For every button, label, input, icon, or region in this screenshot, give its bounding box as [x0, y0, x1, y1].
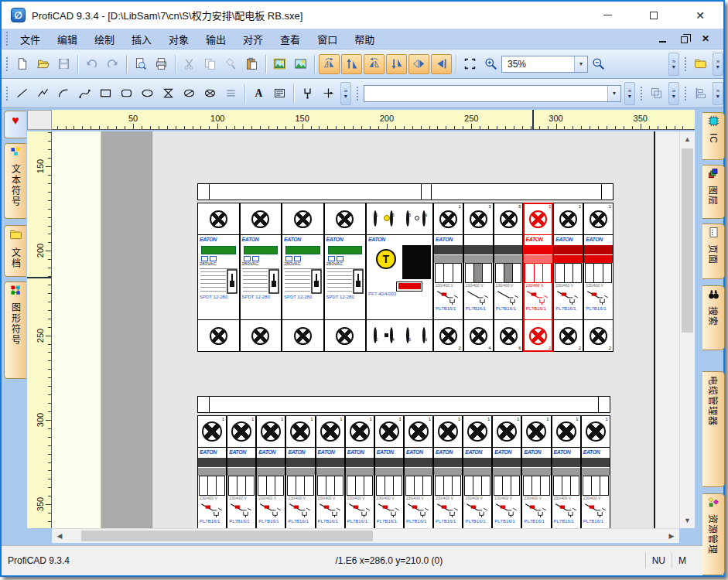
surge-protector-module[interactable]: EATON280VACSPDT 12-280	[324, 203, 367, 352]
vertical-scroll-thumb[interactable]	[682, 148, 693, 333]
circuit-breaker-module[interactable]: 1EATON230/400 VPL7B16/1	[463, 415, 492, 528]
circuit-breaker-module[interactable]: 5230/400 VPL7B16/16	[494, 203, 524, 352]
circuit-breaker-module[interactable]: 1EATON230/400 VPL7B16/1	[581, 415, 610, 528]
rectangle-tool[interactable]	[96, 84, 115, 103]
sidebar-tab-layers[interactable]: 图层	[702, 165, 725, 219]
horizontal-scroll-thumb[interactable]	[81, 531, 373, 541]
group-button[interactable]	[647, 84, 666, 103]
rounded-rectangle-tool[interactable]	[117, 84, 136, 103]
flip-vertical-button[interactable]	[341, 54, 362, 74]
mdi-close-button[interactable]: ✕	[699, 32, 713, 45]
surge-protector-module[interactable]: EATON280VACSPDT 12-280	[282, 203, 324, 352]
zoom-out-button[interactable]	[589, 54, 608, 73]
textbox-tool[interactable]	[270, 84, 289, 103]
toolbar-grip[interactable]	[5, 57, 9, 71]
arc-tool[interactable]	[54, 84, 73, 103]
save-button[interactable]	[54, 54, 73, 73]
circuit-breaker-module[interactable]: 1EATON230/400 VPL7B16/12	[523, 203, 553, 352]
paste-button[interactable]	[242, 54, 261, 73]
sidebar-tab-cable-manager[interactable]: 电缆管理器	[702, 371, 725, 487]
circuit-breaker-module[interactable]: 1EATON230/400 VPL7B16/1	[374, 415, 404, 528]
minimize-button[interactable]	[584, 2, 631, 29]
copy-button[interactable]	[200, 54, 220, 73]
circuit-breaker-module[interactable]: 1EATON230/400 VPL7B16/1	[345, 415, 374, 528]
mirror-rotate-right-button[interactable]	[364, 54, 385, 74]
close-button[interactable]: ✕	[677, 2, 723, 29]
zoom-selection-button[interactable]	[460, 54, 480, 73]
text-tool[interactable]: A	[249, 84, 268, 103]
toolbar-overflow-chevron[interactable]: »▾	[624, 82, 635, 105]
menu-item-2[interactable]: 编辑	[49, 29, 86, 49]
connection-point-tool[interactable]	[319, 84, 338, 103]
mdi-minimize-button[interactable]	[655, 32, 669, 45]
parallel-lines-tool[interactable]	[221, 84, 241, 103]
circuit-breaker-module[interactable]: 1EATON230/400 VPL7B16/1	[227, 415, 256, 528]
scroll-right-icon[interactable]: ▶	[665, 529, 678, 543]
sidebar-tab-ic[interactable]: IC	[702, 112, 725, 160]
circuit-breaker-module[interactable]: 1EATON230/400 VPL7B16/1	[256, 415, 285, 528]
circuit-breaker-module[interactable]: 1EATON230/400 VPL7B16/1	[521, 415, 551, 528]
sidebar-tab-documents[interactable]: 文档	[4, 225, 26, 277]
circuit-breaker-module[interactable]: 1EATON230/400 VPL7B16/1	[316, 415, 345, 528]
menu-item-4[interactable]: 插入	[123, 29, 160, 49]
rcd-module[interactable]: 135NEATONTPF7-40/4/003246N	[366, 203, 433, 352]
circuit-breaker-module[interactable]: 1EATON230/400 VPL7B16/1	[285, 415, 315, 528]
toolbar-overflow-chevron[interactable]: »▾	[668, 82, 679, 105]
crossed-circle-tool[interactable]	[200, 84, 220, 103]
ellipse-tool[interactable]	[138, 84, 157, 103]
sidebar-tab-text-symbols[interactable]: 文本符号	[4, 143, 26, 219]
sidebar-tab-favorites[interactable]: ♥	[4, 111, 26, 138]
menu-item-1[interactable]: 文件	[12, 29, 49, 49]
circuit-breaker-module[interactable]: 3230/400 VPL7B16/14	[463, 203, 494, 352]
sidebar-tab-resource-manager[interactable]: 资源管理	[702, 493, 725, 575]
flip-down-button[interactable]	[386, 54, 407, 74]
scroll-up-icon[interactable]: ▲	[680, 133, 695, 145]
undo-button[interactable]	[82, 54, 101, 73]
menubar-grip[interactable]	[5, 32, 9, 46]
circuit-breaker-module[interactable]: 1EATON230/400 VPL7B16/12	[553, 203, 583, 352]
image-gallery-button[interactable]	[291, 54, 310, 73]
circuit-breaker-module[interactable]: 1EATON230/400 VPL7B16/1	[433, 415, 463, 528]
circuit-breaker-module[interactable]: 1EATON230/400 VPL7B16/12	[583, 203, 614, 352]
circuit-breaker-module[interactable]: 1EATON230/400 VPL7B16/1	[197, 415, 227, 528]
circuit-breaker-module[interactable]: 1EATON230/400 VPL7B16/1	[404, 415, 433, 528]
zoom-level-combobox[interactable]: 35%▾	[501, 56, 588, 73]
cut-button[interactable]	[179, 54, 199, 73]
menu-item-7[interactable]: 对齐	[234, 29, 272, 49]
print-preview-button[interactable]	[131, 54, 150, 73]
align-button[interactable]	[691, 84, 710, 103]
menu-item-5[interactable]: 对象	[160, 29, 197, 49]
toolbar-grip[interactable]	[5, 87, 9, 101]
scroll-down-icon[interactable]: ▼	[680, 514, 695, 527]
toolbar-grip[interactable]	[684, 57, 687, 71]
zoom-in-button[interactable]	[481, 54, 501, 73]
circuit-breaker-module[interactable]: 1EATON230/400 VPL7B16/12	[433, 203, 463, 352]
scroll-left-icon[interactable]: ◀	[53, 529, 66, 543]
circuit-breaker-module[interactable]: 1EATON230/400 VPL7B16/1	[552, 415, 581, 528]
toolbar-overflow-chevron[interactable]: »▾	[713, 53, 723, 76]
vertical-scrollbar[interactable]: ▲ ▼	[679, 131, 695, 528]
dropdown-arrow-icon[interactable]: ▾	[574, 56, 587, 72]
symbol-search-combobox[interactable]: ▾	[364, 85, 621, 102]
crossed-ellipse-tool[interactable]	[179, 84, 199, 103]
flip-horizontal-button[interactable]	[408, 54, 429, 74]
toolbar-grip[interactable]	[356, 87, 359, 101]
mdi-restore-button[interactable]	[677, 32, 691, 45]
format-painter-button[interactable]	[221, 54, 241, 73]
print-button[interactable]	[152, 54, 171, 73]
sidebar-tab-pages[interactable]: 页面	[702, 223, 725, 279]
dropdown-arrow-icon[interactable]: ▾	[607, 86, 620, 101]
open-file-button[interactable]	[33, 54, 53, 73]
hourglass-tool[interactable]	[159, 84, 178, 103]
insert-image-button[interactable]	[270, 54, 289, 73]
toolbar-overflow-chevron[interactable]: »▾	[340, 82, 351, 105]
redo-button[interactable]	[103, 54, 122, 73]
toolbar-overflow-chevron[interactable]: »▾	[668, 53, 679, 76]
mirror-left-button[interactable]	[431, 54, 452, 74]
open-folder-button[interactable]	[691, 54, 710, 73]
surge-protector-module[interactable]: EATON280VACSPDT 12-280	[240, 203, 282, 352]
sidebar-tab-graphic-symbols[interactable]: 图形符号	[4, 281, 26, 379]
mirror-rotate-left-button[interactable]	[319, 54, 340, 74]
menu-item-10[interactable]: 帮助	[346, 29, 383, 49]
menu-item-8[interactable]: 查看	[272, 29, 309, 49]
